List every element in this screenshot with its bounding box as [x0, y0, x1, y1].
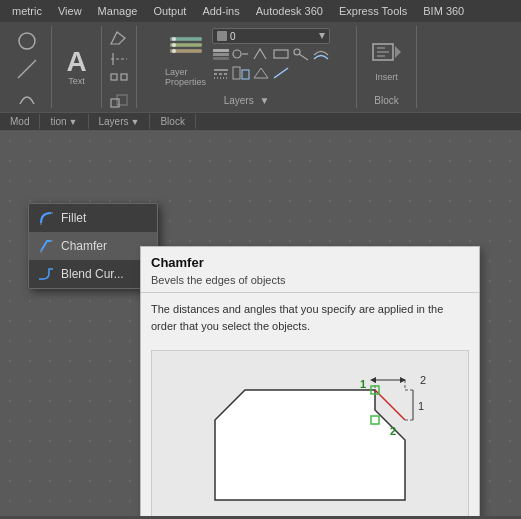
section-layers: Layers ▼ — [89, 114, 151, 129]
help-title: Chamfer — [141, 247, 479, 274]
ribbon-group-tools — [102, 26, 137, 108]
block-group-label: Block — [357, 95, 416, 106]
svg-point-12 — [172, 49, 176, 53]
layer-properties-icon — [168, 31, 204, 67]
menu-item-metric[interactable]: metric — [4, 3, 50, 19]
tool-btn-2[interactable] — [109, 51, 129, 70]
menu-item-view[interactable]: View — [50, 3, 90, 19]
svg-marker-14 — [319, 33, 325, 39]
menu-item-output[interactable]: Output — [145, 3, 194, 19]
layer-small-btn-6[interactable] — [312, 47, 330, 64]
popup-item-chamfer[interactable]: Chamfer — [29, 232, 157, 260]
dropdown-arrow-icon — [318, 32, 326, 40]
layer-small-btn-5[interactable] — [292, 47, 310, 64]
tool-btn-3[interactable] — [109, 72, 129, 91]
layer-icon-6 — [312, 47, 330, 61]
offset-icon — [109, 30, 129, 46]
layer-properties-button[interactable]: LayerProperties — [163, 28, 208, 90]
layer-small-btn-7[interactable] — [212, 66, 230, 83]
insert-button[interactable]: Insert — [369, 36, 405, 82]
popup-item-fillet[interactable]: Fillet — [29, 204, 157, 232]
svg-point-11 — [172, 43, 176, 47]
svg-rect-3 — [111, 74, 117, 80]
chamfer-icon — [37, 237, 55, 255]
svg-rect-27 — [242, 70, 249, 79]
layer-icon-8 — [232, 66, 250, 80]
help-panel: Chamfer Bevels the edges of objects The … — [140, 246, 480, 516]
menu-bar: metric View Manage Output Add-ins Autode… — [0, 0, 521, 22]
svg-text:1: 1 — [360, 378, 366, 390]
layers-group-label: Layers ▼ — [137, 95, 356, 106]
tool-btn-4[interactable] — [109, 93, 129, 112]
ribbon-group-text: A Text — [52, 26, 102, 108]
svg-marker-38 — [215, 390, 405, 500]
circle-button[interactable] — [12, 28, 42, 54]
layer-small-btn-8[interactable] — [232, 66, 250, 83]
layer-small-btn-2[interactable] — [232, 47, 250, 64]
svg-rect-13 — [217, 31, 227, 41]
text-large-button[interactable]: A Text — [66, 48, 86, 86]
menu-item-addins[interactable]: Add-ins — [194, 3, 247, 19]
svg-rect-4 — [121, 74, 127, 80]
help-subtitle: Bevels the edges of objects — [141, 274, 479, 293]
layer-small-btn-1[interactable] — [212, 47, 230, 64]
popup-item-blend[interactable]: Blend Cur... — [29, 260, 157, 288]
svg-rect-15 — [213, 49, 229, 52]
layer-icon-5 — [292, 47, 310, 61]
line-icon — [16, 58, 38, 80]
layer-icon-7 — [212, 66, 230, 80]
circle-icon — [16, 30, 38, 52]
arc-button[interactable] — [12, 84, 42, 110]
svg-rect-26 — [233, 67, 240, 79]
section-mod: Mod — [0, 114, 40, 129]
svg-line-1 — [18, 60, 36, 78]
tool-btn-1[interactable] — [109, 30, 129, 49]
fillet-icon — [37, 209, 55, 227]
help-diagram: 2 1 1 2 — [151, 350, 469, 516]
svg-rect-5 — [111, 99, 119, 107]
mod-buttons — [12, 28, 42, 110]
layer-color-icon — [216, 30, 228, 42]
workspace: Fillet Chamfer Blend Cur... Chamfer B — [0, 131, 521, 516]
svg-text:2: 2 — [420, 374, 426, 386]
section-tion: tion ▼ — [40, 114, 88, 129]
ribbon-group-layers: LayerProperties 0 — [137, 26, 357, 108]
mirror-icon — [109, 51, 129, 67]
menu-item-expresstools[interactable]: Express Tools — [331, 3, 415, 19]
layer-icon-9 — [252, 66, 270, 80]
layer-small-btn-3[interactable] — [252, 47, 270, 64]
menu-item-bim360[interactable]: BIM 360 — [415, 3, 472, 19]
ribbon: A Text — [0, 22, 521, 131]
chamfer-diagram: 2 1 1 2 — [175, 360, 445, 516]
layer-icon-2 — [232, 47, 250, 61]
svg-line-22 — [299, 54, 308, 60]
svg-line-28 — [274, 68, 288, 78]
svg-text:1: 1 — [418, 400, 424, 412]
svg-rect-16 — [213, 53, 229, 56]
blend-icon — [37, 265, 55, 283]
line-button[interactable] — [12, 56, 42, 82]
section-block: Block — [150, 114, 195, 129]
layer-icon-4 — [272, 47, 290, 61]
menu-item-autodesk360[interactable]: Autodesk 360 — [248, 3, 331, 19]
arc-icon — [16, 86, 38, 108]
layer-small-btn-9[interactable] — [252, 66, 270, 83]
insert-icon — [369, 36, 405, 72]
layer-small-btn-4[interactable] — [272, 47, 290, 64]
layer-icon-10 — [272, 66, 290, 80]
text-buttons: A Text — [66, 28, 86, 106]
scale-icon — [109, 93, 129, 109]
svg-rect-20 — [274, 50, 288, 58]
help-body: The distances and angles that you specif… — [141, 293, 479, 342]
menu-item-manage[interactable]: Manage — [90, 3, 146, 19]
svg-rect-17 — [213, 57, 229, 60]
layer-icon-1 — [212, 47, 230, 61]
array-icon — [109, 72, 129, 88]
svg-marker-33 — [395, 46, 401, 58]
layer-icon-3 — [252, 47, 270, 61]
svg-point-18 — [233, 50, 241, 58]
layer-small-btn-10[interactable] — [272, 66, 290, 83]
svg-point-10 — [172, 37, 176, 41]
svg-text:2: 2 — [390, 425, 396, 437]
ribbon-group-insert: Insert Block — [357, 26, 417, 108]
